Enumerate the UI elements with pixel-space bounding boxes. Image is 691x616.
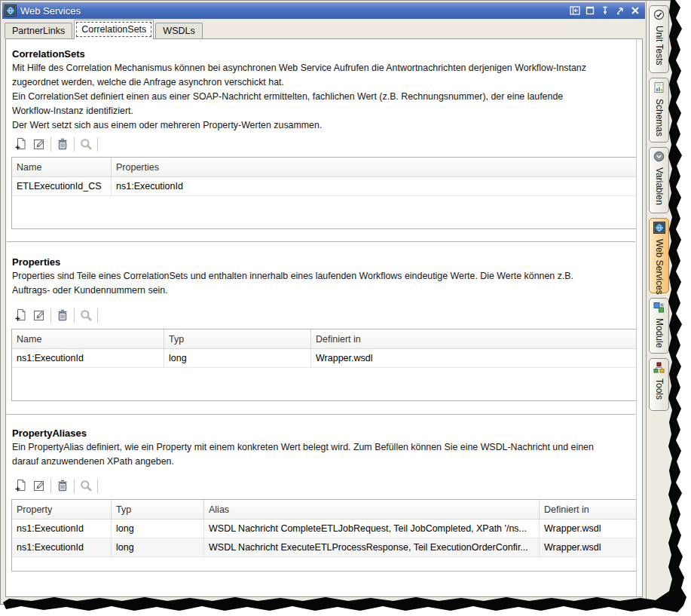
new-item-icon[interactable] — [12, 306, 30, 324]
column-header: Name — [12, 329, 164, 348]
toolbar-separator — [50, 137, 51, 152]
column-header: Alias — [204, 500, 540, 519]
properties-table: Name Typ Definiert in ns1:ExecutionId lo… — [11, 329, 637, 401]
toolbar-separator — [74, 308, 75, 323]
tab-label: WSDLs — [163, 26, 194, 36]
table-header-row: Name Properties — [12, 158, 636, 177]
tools-icon — [653, 362, 665, 376]
toolbar-separator — [97, 137, 98, 152]
web-services-icon — [5, 5, 17, 17]
table-cell: Wrapper.wsdl — [540, 519, 636, 538]
tab-partnerlinks[interactable]: PartnerLinks — [5, 23, 72, 38]
toolbar-separator — [74, 137, 75, 152]
table-cell: ns1:ExecutionId — [112, 177, 636, 195]
correlationsets-toolbar — [12, 135, 100, 153]
sidebar-item-label: Module — [654, 318, 665, 348]
vertical-scrollbar[interactable] — [636, 39, 642, 596]
window-title: Web Services — [20, 5, 81, 17]
search-icon[interactable] — [77, 477, 95, 495]
table-row[interactable]: ns1:ExecutionId long WSDL Nachricht Exec… — [12, 538, 636, 557]
section-heading-correlationsets: CorrelationSets — [12, 48, 85, 60]
edit-item-icon[interactable] — [30, 135, 48, 153]
close-icon[interactable] — [630, 6, 641, 16]
search-icon[interactable] — [77, 306, 95, 324]
screenshot-canvas: Web Services — [0, 0, 691, 616]
section-divider — [7, 241, 635, 243]
variables-icon — [653, 151, 665, 165]
pin-icon[interactable] — [600, 6, 610, 16]
window-controls — [570, 6, 645, 16]
edit-item-icon[interactable] — [30, 477, 48, 495]
dock-left-icon[interactable] — [570, 6, 580, 16]
section-description: Mit Hilfe des Correlation Mechanismus kö… — [12, 61, 633, 135]
table-header-row: Name Typ Definiert in — [12, 329, 636, 349]
table-cell: ETLExecutionId_CS — [12, 177, 112, 195]
new-item-icon[interactable] — [12, 135, 30, 153]
sidebar-item-label: Unit Tests — [654, 26, 665, 65]
sidebar-item-label: Schemas — [654, 99, 665, 136]
section-description: Properties sind Teile eines CorrelationS… — [12, 269, 633, 299]
toolbar-separator — [97, 308, 98, 323]
sidebar-item-variablen[interactable]: Variablen — [649, 147, 669, 213]
modules-icon — [653, 302, 665, 316]
sidebar-item-tools[interactable]: Tools — [649, 358, 669, 411]
column-header: Definiert in — [311, 329, 636, 348]
side-tab-strip: Unit Tests Schemas Variablen Web Service… — [646, 1, 674, 605]
title-bar: Web Services — [2, 2, 645, 19]
toolbar-separator — [97, 479, 98, 493]
tab-correlationsets[interactable]: CorrelationSets — [74, 20, 154, 39]
table-row[interactable]: ns1:ExecutionId long Wrapper.wsdl — [12, 349, 636, 368]
delete-item-icon[interactable] — [54, 477, 72, 495]
table-cell: ns1:ExecutionId — [12, 349, 164, 367]
table-row[interactable]: ETLExecutionId_CS ns1:ExecutionId — [12, 177, 636, 196]
column-header: Name — [12, 158, 112, 176]
edit-item-icon[interactable] — [30, 306, 48, 324]
column-header: Definiert in — [540, 500, 636, 519]
table-cell: WSDL Nachricht CompleteETLJobRequest, Te… — [204, 519, 540, 538]
sidebar-item-label: Variablen — [654, 167, 665, 205]
column-header: Properties — [112, 158, 636, 176]
web-services-window: Web Services — [0, 0, 674, 605]
table-cell: ns1:ExecutionId — [12, 519, 112, 538]
column-header: Property — [12, 500, 112, 519]
sidebar-item-module[interactable]: Module — [649, 298, 669, 354]
tab-bar: PartnerLinks CorrelationSets WSDLs — [2, 19, 645, 38]
toolbar-separator — [74, 479, 75, 493]
table-cell: Wrapper.wsdl — [540, 538, 636, 556]
tab-label: CorrelationSets — [81, 24, 146, 35]
section-heading-propertyaliases: PropertyAliases — [12, 428, 87, 439]
sidebar-item-web-services[interactable]: Web Services — [649, 218, 669, 293]
propertyaliases-table: Property Typ Alias Definiert in ns1:Exec… — [11, 499, 637, 572]
section-heading-properties: Properties — [12, 256, 60, 268]
new-item-icon[interactable] — [12, 477, 30, 495]
float-icon[interactable] — [615, 6, 625, 16]
sidebar-item-schemas[interactable]: Schemas — [649, 78, 669, 143]
propertyaliases-toolbar — [12, 477, 100, 495]
tab-wsdls[interactable]: WSDLs — [155, 23, 202, 38]
table-cell: long — [112, 538, 204, 556]
schemas-icon — [653, 81, 665, 97]
properties-toolbar — [12, 306, 100, 324]
correlationsets-panel: CorrelationSets Mit Hilfe des Correlatio… — [5, 38, 643, 597]
table-cell: ns1:ExecutionId — [12, 538, 112, 556]
toolbar-separator — [50, 308, 51, 323]
maximize-icon[interactable] — [585, 6, 595, 16]
toolbar-separator — [50, 479, 51, 493]
table-row[interactable]: ns1:ExecutionId long WSDL Nachricht Comp… — [12, 519, 636, 538]
delete-item-icon[interactable] — [54, 306, 72, 324]
sidebar-item-unit-tests[interactable]: Unit Tests — [649, 5, 669, 73]
table-header-row: Property Typ Alias Definiert in — [12, 500, 636, 519]
search-icon[interactable] — [77, 135, 95, 153]
sidebar-item-label: Tools — [654, 378, 665, 400]
correlationsets-table: Name Properties ETLExecutionId_CS ns1:Ex… — [11, 157, 637, 229]
section-description: Ein PropertyAlias definiert, wie ein Pro… — [12, 440, 633, 470]
table-cell: Wrapper.wsdl — [311, 349, 636, 367]
column-header: Typ — [164, 329, 311, 348]
sidebar-item-label: Web Services — [654, 239, 665, 295]
section-divider — [7, 414, 635, 415]
table-cell: long — [112, 519, 204, 538]
table-cell: long — [164, 349, 311, 367]
column-header: Typ — [112, 500, 204, 519]
unit-tests-icon — [653, 9, 665, 23]
delete-item-icon[interactable] — [54, 135, 72, 153]
